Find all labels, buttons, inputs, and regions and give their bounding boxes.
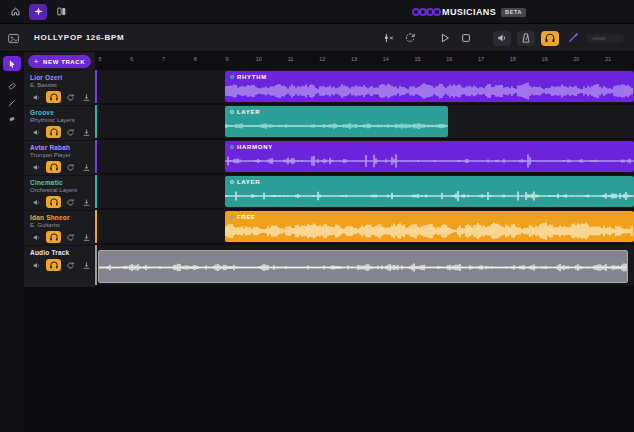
regenerate-button[interactable] [64,162,77,173]
download-button[interactable] [80,260,93,271]
mute-speaker-button[interactable] [30,92,43,103]
ruler-bar-number: 18 [510,56,516,62]
stop-button[interactable] [458,31,473,46]
regenerate-button[interactable] [64,197,77,208]
monitor-speaker-button[interactable] [493,31,511,46]
track-name: Idan Shneor [30,214,95,221]
ruler-bar-number: 17 [478,56,484,62]
track-subtitle: Rhythmic Layers [30,117,95,123]
track-lane[interactable]: RHYTHM [95,70,634,103]
timeline-ruler[interactable]: 56789101112131415161718192021 [95,52,634,70]
track-header[interactable]: Lior Ozeri E. Bassist [24,70,95,105]
solo-headphones-button[interactable] [46,161,61,173]
solo-headphones-button[interactable] [46,196,61,208]
tool-rail [0,52,24,432]
audio-clip[interactable]: RHYTHM [225,71,634,102]
metronome-icon [520,32,532,44]
mute-speaker-button[interactable] [30,127,43,138]
download-button[interactable] [80,197,93,208]
track-buttons [30,161,95,173]
transport-controls [381,24,624,52]
track-name: Avtar Rabah [30,144,95,151]
timeline-zoom-slider[interactable] [586,34,624,43]
audio-clip[interactable]: LAYER [225,106,448,137]
home-button[interactable] [6,4,24,20]
eraser-tool-button[interactable] [3,78,21,93]
track-header-column: + NEW TRACK Lior Ozeri E. Bassist Groove… [24,52,95,287]
regenerate-button[interactable] [64,232,77,243]
track-subtitle: E. Guitarist [30,222,95,228]
ruler-bar-number: 14 [383,56,389,62]
glue-icon [7,114,17,124]
track-lane[interactable]: HARMONY [95,140,634,173]
clip-type-icon [230,75,234,79]
app-root: MUSICIANS BETA HOLLYPOP 126-BPM + NEW TR… [0,0,634,432]
mute-speaker-button[interactable] [30,197,43,208]
ruler-bar-number: 15 [414,56,420,62]
ruler-bar-number: 13 [351,56,357,62]
track-lane[interactable]: LAYER [95,175,634,208]
track-buttons [30,91,95,103]
track-subtitle: Trumpet Player [30,152,95,158]
regenerate-button[interactable] [64,127,77,138]
project-cover-image-icon[interactable] [7,31,21,45]
clip-type-icon [230,110,234,114]
track-buttons [30,259,95,271]
library-panels-icon [56,3,67,21]
track-header[interactable]: Cinematic Orchestral Layers [24,175,95,210]
glue-tool-button[interactable] [3,111,21,126]
track-color-strip [95,175,97,208]
new-track-button[interactable]: + NEW TRACK [28,55,91,68]
mute-speaker-button[interactable] [30,260,43,271]
playback-speed-icon [383,32,395,44]
ruler-bar-number: 6 [130,56,133,62]
ruler-bar-number: 11 [288,56,294,62]
regenerate-button[interactable] [64,92,77,103]
track-buttons [30,231,95,243]
download-button[interactable] [80,162,93,173]
metronome-button[interactable] [517,31,535,46]
solo-headphones-button[interactable] [46,259,61,271]
track-buttons [30,196,95,208]
track-header[interactable]: Idan Shneor E. Guitarist [24,210,95,245]
ruler-bar-number: 8 [194,56,197,62]
track-color-strip [95,245,97,285]
audio-clip[interactable]: LAYER [225,176,634,207]
track-lane[interactable] [95,245,634,285]
track-header[interactable]: Audio Track [24,245,95,287]
library-panels-button[interactable] [52,4,70,20]
track-header[interactable]: Groove Rhythmic Layers [24,105,95,140]
solo-headphones-button[interactable] [46,231,61,243]
audio-clip[interactable] [98,250,628,283]
headphones-monitor-button[interactable] [541,31,559,46]
solo-headphones-button[interactable] [46,126,61,138]
regenerate-button[interactable] [64,260,77,271]
loop-cycle-button[interactable] [402,31,417,46]
mute-speaker-button[interactable] [30,162,43,173]
automation-pen-button[interactable] [565,31,580,46]
mute-speaker-button[interactable] [30,232,43,243]
new-track-label: NEW TRACK [43,59,85,65]
download-button[interactable] [80,232,93,243]
track-lane[interactable]: LAYER [95,105,634,138]
track-lane[interactable]: FREE [95,210,634,243]
track-color-strip [95,140,97,173]
track-subtitle: E. Bassist [30,82,95,88]
ai-assistant-button[interactable] [29,4,47,20]
waveform [225,185,634,207]
playback-speed-button[interactable] [381,31,396,46]
solo-headphones-button[interactable] [46,91,61,103]
track-header[interactable]: Avtar Rabah Trumpet Player [24,140,95,175]
audio-clip[interactable]: HARMONY [225,141,634,172]
track-name: Groove [30,109,95,116]
eraser-icon [7,81,17,91]
play-button[interactable] [437,31,452,46]
audio-clip[interactable]: FREE [225,211,634,242]
pencil-tool-button[interactable] [3,95,21,110]
ruler-bar-number: 7 [162,56,165,62]
download-button[interactable] [80,92,93,103]
ruler-bar-number: 5 [98,56,101,62]
ruler-bar-number: 21 [605,56,611,62]
download-button[interactable] [80,127,93,138]
pointer-tool-button[interactable] [3,56,21,71]
